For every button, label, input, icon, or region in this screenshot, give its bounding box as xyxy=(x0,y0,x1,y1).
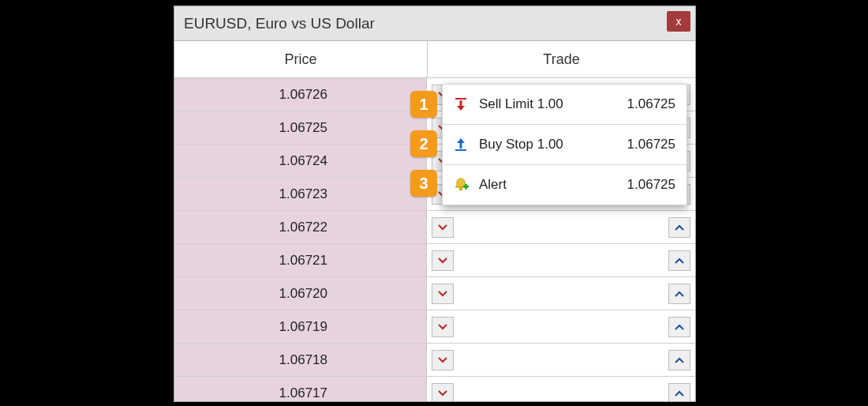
close-button[interactable]: x xyxy=(667,11,690,32)
trade-cell xyxy=(427,244,695,276)
price-cell: 1.06717 xyxy=(174,377,427,402)
menu-item-price: 1.06725 xyxy=(627,96,675,112)
sell-limit-icon xyxy=(451,97,471,111)
chevron-up-icon xyxy=(675,291,684,297)
chevron-up-icon xyxy=(675,224,684,231)
trade-cell xyxy=(427,211,695,243)
sell-button[interactable] xyxy=(432,284,454,304)
price-cell: 1.06722 xyxy=(174,211,427,243)
sell-button[interactable] xyxy=(432,383,454,403)
buy-button[interactable] xyxy=(668,250,690,271)
table-row: 1.06720 xyxy=(174,277,695,310)
trade-cell xyxy=(427,310,695,343)
chevron-down-icon xyxy=(438,324,447,330)
chevron-down-icon xyxy=(438,357,447,363)
chevron-up-icon xyxy=(675,357,684,363)
chevron-up-icon xyxy=(675,324,684,330)
buy-stop-icon xyxy=(451,137,471,152)
table-row: 1.06721 xyxy=(174,244,695,277)
callout-badge-3: 3 xyxy=(410,170,437,197)
chevron-down-icon xyxy=(438,224,447,231)
sell-button[interactable] xyxy=(432,350,454,370)
price-cell: 1.06726 xyxy=(174,78,427,111)
buy-button[interactable] xyxy=(668,217,690,238)
svg-point-2 xyxy=(459,187,462,190)
column-header-row: Price Trade xyxy=(174,41,695,78)
menu-item-alert[interactable]: Alert 1.06725 xyxy=(443,165,687,205)
titlebar: EURUSD, Euro vs US Dollar x xyxy=(174,6,695,41)
chevron-down-icon xyxy=(438,258,447,264)
callout-badge-1: 1 xyxy=(410,91,437,118)
trade-cell xyxy=(427,344,695,376)
menu-item-label: Buy Stop 1.00 xyxy=(479,137,627,152)
sell-button[interactable] xyxy=(432,317,454,337)
callout-badge-2: 2 xyxy=(410,130,437,157)
menu-item-price: 1.06725 xyxy=(627,177,675,193)
trade-cell xyxy=(427,277,695,310)
alert-icon xyxy=(451,177,471,193)
column-header-price: Price xyxy=(174,41,428,77)
sell-button[interactable] xyxy=(432,217,454,238)
menu-item-label: Sell Limit 1.00 xyxy=(479,96,627,112)
svg-rect-4 xyxy=(465,184,467,190)
buy-button[interactable] xyxy=(668,284,690,304)
price-cell: 1.06723 xyxy=(174,178,427,210)
chevron-up-icon xyxy=(675,258,684,264)
buy-button[interactable] xyxy=(668,350,690,370)
buy-button[interactable] xyxy=(668,383,690,403)
table-row: 1.06718 xyxy=(174,344,695,377)
column-header-trade: Trade xyxy=(428,41,695,77)
menu-item-sell-limit[interactable]: Sell Limit 1.00 1.06725 xyxy=(443,85,687,125)
price-cell: 1.06721 xyxy=(174,244,427,276)
trade-cell xyxy=(427,377,695,402)
price-cell: 1.06724 xyxy=(174,145,427,177)
menu-item-price: 1.06725 xyxy=(627,137,675,152)
price-cell: 1.06719 xyxy=(174,310,427,343)
chevron-up-icon xyxy=(675,390,684,397)
price-cell: 1.06718 xyxy=(174,344,427,376)
table-row: 1.06719 xyxy=(174,310,695,344)
price-cell: 1.06725 xyxy=(174,111,427,144)
menu-item-label: Alert xyxy=(479,177,627,193)
chevron-down-icon xyxy=(438,291,447,297)
close-icon: x xyxy=(676,15,682,28)
chevron-down-icon xyxy=(438,390,447,397)
menu-item-buy-stop[interactable]: Buy Stop 1.00 1.06725 xyxy=(443,125,687,165)
window-title: EURUSD, Euro vs US Dollar xyxy=(184,15,375,32)
table-row: 1.06722 xyxy=(174,211,695,244)
context-menu: Sell Limit 1.00 1.06725 Buy Stop 1.00 1.… xyxy=(442,84,687,205)
price-cell: 1.06720 xyxy=(174,277,427,310)
buy-button[interactable] xyxy=(668,317,690,337)
sell-button[interactable] xyxy=(432,250,454,271)
table-row: 1.06717 xyxy=(174,377,695,402)
